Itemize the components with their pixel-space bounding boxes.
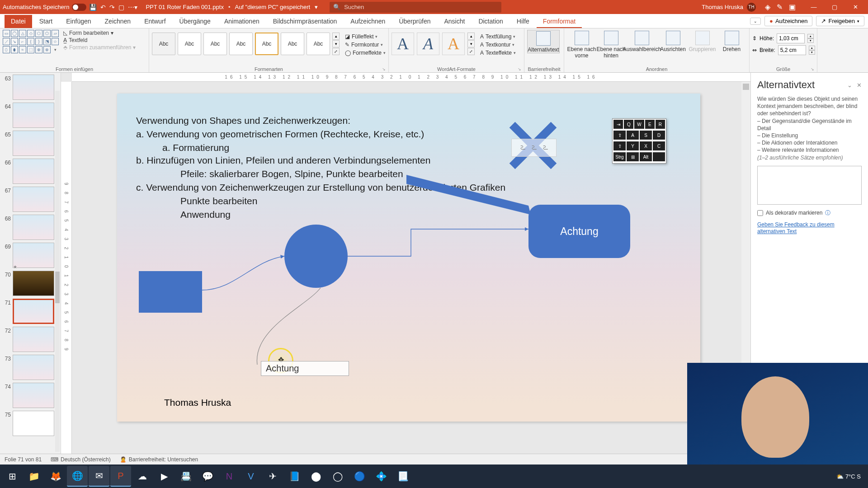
thumb-67[interactable] xyxy=(13,187,54,212)
thumb-70[interactable] xyxy=(13,271,54,296)
thumbs-scrollbar[interactable] xyxy=(55,91,60,452)
wordart-gallery[interactable]: A A A ▴▾⤢ xyxy=(392,30,475,55)
tab-bildschirm[interactable]: Bildschirmpräsentation xyxy=(267,15,344,28)
search-box[interactable]: 🔍 Suchen xyxy=(330,2,501,13)
thumb-75[interactable] xyxy=(13,411,54,436)
fill-dropdown[interactable]: ◪ Fülleffekt xyxy=(345,33,386,41)
outline-dropdown[interactable]: ✎ Formkontur xyxy=(345,41,386,49)
tab-uebergaenge[interactable]: Übergänge xyxy=(173,15,217,28)
thumb-66[interactable] xyxy=(13,159,54,184)
thumb-69[interactable]: ★ xyxy=(13,243,54,268)
thumb-74[interactable] xyxy=(13,383,54,408)
tb-app8[interactable]: 📃 xyxy=(392,466,413,487)
undo-icon[interactable]: ↶ xyxy=(100,4,106,11)
tab-zeichnen[interactable]: Zeichnen xyxy=(99,15,137,28)
record-button[interactable]: ●Aufzeichnen xyxy=(764,16,812,26)
texteffects-dropdown[interactable]: A Texteffekte xyxy=(480,49,516,57)
pen-icon[interactable]: ✎ xyxy=(777,3,783,11)
quick-access-toolbar[interactable]: 💾 ↶ ↷ ▢ ⋯▾ xyxy=(89,4,137,11)
slideshow-icon[interactable]: ▢ xyxy=(118,4,124,11)
tb-vlc[interactable]: ▶ xyxy=(154,466,175,487)
tb-app6[interactable]: 🔵 xyxy=(349,466,370,487)
tab-dictation[interactable]: Dictation xyxy=(472,15,509,28)
thumb-71[interactable] xyxy=(13,299,54,324)
tab-aufzeichnen[interactable]: Aufzeichnen xyxy=(344,15,392,28)
tb-firefox[interactable]: 🦊 xyxy=(45,466,66,487)
collapse-ribbon-button[interactable]: ⌄ xyxy=(750,18,761,25)
tab-datei[interactable]: Datei xyxy=(5,15,32,28)
tab-ueberpruefen[interactable]: Überprüfen xyxy=(392,15,437,28)
tab-hilfe[interactable]: Hilfe xyxy=(510,15,536,28)
alttext-feedback-link[interactable]: Geben Sie Feedback zu diesem alternative… xyxy=(757,221,862,235)
selected-textbox[interactable]: Achtung xyxy=(261,361,349,376)
tb-vs[interactable]: V xyxy=(241,466,261,487)
tb-app4[interactable]: 📘 xyxy=(284,466,305,487)
tab-animationen[interactable]: Animationen xyxy=(218,15,266,28)
tb-onenote[interactable]: N xyxy=(219,466,240,487)
achtung-box[interactable]: Achtung xyxy=(528,205,630,258)
save-icon[interactable]: 💾 xyxy=(89,4,97,11)
status-slide-pos[interactable]: Folie 71 von 81 xyxy=(5,456,42,463)
rotate-button[interactable]: Drehen xyxy=(717,30,746,52)
thumb-68[interactable] xyxy=(13,215,54,240)
selection-pane-button[interactable]: Auswahlbereich xyxy=(626,30,658,52)
windows-taskbar[interactable]: ⊞ 📁 🦊 🌐 ✉ P ☁ ▶ 📇 💬 N V ✈ 📘 ⬤ ◯ 🔵 💠 📃 ⛅ … xyxy=(0,465,868,488)
tab-einfuegen[interactable]: Einfügen xyxy=(60,15,97,28)
status-lang[interactable]: ⌨ Deutsch (Österreich) xyxy=(51,456,111,463)
textoutline-dropdown[interactable]: A Textkontur xyxy=(480,41,516,49)
align-button[interactable]: Ausrichten xyxy=(658,30,688,52)
styles-down-icon[interactable]: ▾ xyxy=(332,40,340,47)
tb-app7[interactable]: 💠 xyxy=(371,466,392,487)
styles-up-icon[interactable]: ▴ xyxy=(332,33,340,40)
slide-thumbnails-panel[interactable]: 63 64 65 66 67 68 69★ 70 71 72 73 74 75 xyxy=(0,73,61,454)
thumb-73[interactable] xyxy=(13,355,54,380)
decorative-checkbox[interactable]: Als dekorativ markieren ⓘ xyxy=(757,209,862,217)
tab-start[interactable]: Start xyxy=(33,15,59,28)
more-icon[interactable]: ⋯▾ xyxy=(128,4,137,11)
blue-circle[interactable] xyxy=(284,225,348,288)
keyboard-image[interactable]: ⇥QWER ⇪ASD ⇧YXC Strg⊞Alt xyxy=(612,118,666,164)
tb-outlook[interactable]: ✉ xyxy=(89,466,109,487)
tb-telegram[interactable]: ✈ xyxy=(262,466,283,487)
thumb-64[interactable] xyxy=(13,103,54,128)
scribble-box[interactable]: ఽ ఽ ఽ xyxy=(511,139,557,157)
effects-dropdown[interactable]: ◯ Formeffekte xyxy=(345,49,386,57)
textfill-dropdown[interactable]: A Textfüllung xyxy=(480,33,516,41)
user-account[interactable]: Thomas Hruska TH xyxy=(702,3,756,12)
autosave-toggle[interactable]: Automatisches Speichern xyxy=(3,4,86,11)
chevron-down-icon[interactable]: ▾ xyxy=(315,4,318,10)
tab-entwurf[interactable]: Entwurf xyxy=(138,15,172,28)
slide-title[interactable]: Verwendung von Shapes und Zeichenwerkzeu… xyxy=(136,115,350,126)
textfield-button[interactable]: A̲ Textfeld xyxy=(63,37,136,43)
tb-app5[interactable]: ◯ xyxy=(327,466,348,487)
shape-gallery[interactable]: ▭◯△◇⬡⬠▱ ／↘⌐{}⬔☆ ⬯⬮≈⬚⊕⊗▾ xyxy=(3,30,59,53)
status-accessibility[interactable]: 🙎 Barrierefreiheit: Untersuchen xyxy=(120,456,198,463)
tb-chrome[interactable]: 🌐 xyxy=(67,466,88,487)
share-button[interactable]: ↗Freigeben▾ xyxy=(816,16,864,26)
send-backward-button[interactable]: Ebene nach hinten xyxy=(596,30,626,59)
styles-more-icon[interactable]: ⤢ xyxy=(332,48,340,55)
tb-powerpoint[interactable]: P xyxy=(110,466,131,487)
alttext-collapse-icon[interactable]: ⌄ xyxy=(847,82,852,89)
width-field[interactable]: ⇔ Breite:▴▾ xyxy=(752,44,815,56)
slide-canvas[interactable]: Verwendung von Shapes und Zeichenwerkzeu… xyxy=(117,94,700,422)
thumb-63[interactable] xyxy=(13,75,54,100)
bring-forward-button[interactable]: Ebene nach vorne xyxy=(567,30,596,59)
height-field[interactable]: ⇕ Höhe:▴▾ xyxy=(752,33,815,44)
edit-shape-button[interactable]: ◺ Form bearbeiten ▾ xyxy=(63,30,136,36)
window-icon[interactable]: ▣ xyxy=(789,3,796,11)
tb-app3[interactable]: 💬 xyxy=(197,466,218,487)
author-name[interactable]: Thomas Hruska xyxy=(164,397,231,408)
tb-obs[interactable]: ⬤ xyxy=(306,466,326,487)
alttext-close-icon[interactable]: ✕ xyxy=(857,82,862,89)
tb-app1[interactable]: ☁ xyxy=(132,466,153,487)
start-button[interactable]: ⊞ xyxy=(2,466,23,487)
diamond-icon[interactable]: ◈ xyxy=(765,3,770,11)
tab-ansicht[interactable]: Ansicht xyxy=(438,15,471,28)
thumb-65[interactable] xyxy=(13,131,54,156)
tb-explorer[interactable]: 📁 xyxy=(24,466,44,487)
tb-app2[interactable]: 📇 xyxy=(175,466,196,487)
thumb-72[interactable] xyxy=(13,327,54,352)
maximize-button[interactable]: ▢ xyxy=(825,0,844,14)
blue-rectangle[interactable] xyxy=(139,271,202,313)
